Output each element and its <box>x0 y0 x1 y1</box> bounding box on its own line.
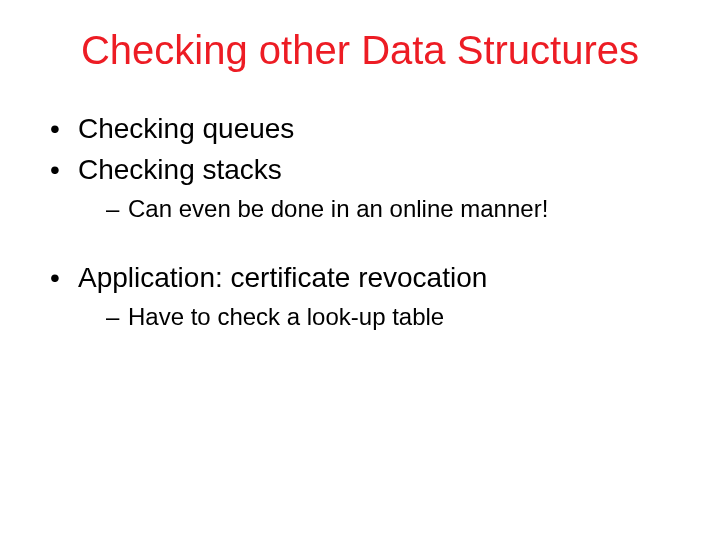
bullet-item: Checking queues <box>50 111 680 146</box>
bullet-text: Checking queues <box>78 113 294 144</box>
spacer <box>40 230 680 260</box>
sub-bullet-item: Have to check a look-up table <box>106 301 680 332</box>
bullet-list: Application: certificate revocation Have… <box>40 260 680 332</box>
sub-bullet-list: Have to check a look-up table <box>78 301 680 332</box>
bullet-item: Checking stacks Can even be done in an o… <box>50 152 680 224</box>
bullet-list: Checking queues Checking stacks Can even… <box>40 111 680 224</box>
sub-bullet-text: Have to check a look-up table <box>128 303 444 330</box>
slide: Checking other Data Structures Checking … <box>0 0 720 540</box>
slide-body: Checking queues Checking stacks Can even… <box>40 111 680 332</box>
sub-bullet-text: Can even be done in an online manner! <box>128 195 548 222</box>
slide-title: Checking other Data Structures <box>40 28 680 73</box>
bullet-text: Checking stacks <box>78 154 282 185</box>
sub-bullet-item: Can even be done in an online manner! <box>106 193 680 224</box>
sub-bullet-list: Can even be done in an online manner! <box>78 193 680 224</box>
bullet-text: Application: certificate revocation <box>78 262 487 293</box>
bullet-item: Application: certificate revocation Have… <box>50 260 680 332</box>
